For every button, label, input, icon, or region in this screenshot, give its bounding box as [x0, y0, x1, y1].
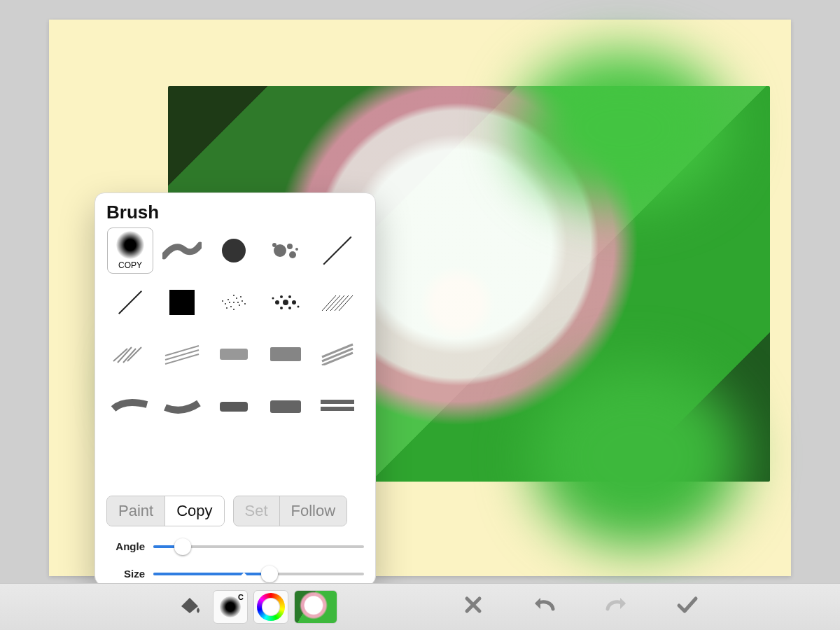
- brush-selected-label: COPY: [118, 260, 142, 270]
- redo-button[interactable]: [603, 594, 629, 619]
- size-slider[interactable]: [153, 573, 364, 575]
- svg-line-40: [165, 354, 199, 364]
- undo-button[interactable]: [532, 594, 557, 619]
- fill-tool-button[interactable]: [171, 589, 207, 624]
- size-fill: [153, 573, 270, 575]
- brush-badge: C: [238, 593, 244, 601]
- brush-halftone-dots[interactable]: [263, 280, 308, 325]
- close-button[interactable]: [461, 594, 486, 619]
- line-icon: [118, 290, 142, 314]
- svg-line-32: [335, 295, 349, 311]
- color-picker-button[interactable]: [253, 590, 288, 624]
- svg-rect-47: [270, 400, 301, 413]
- angle-label: Angle: [106, 540, 145, 552]
- svg-line-38: [165, 350, 199, 360]
- svg-line-31: [330, 295, 344, 311]
- brush-soft-round[interactable]: COPY: [107, 227, 153, 274]
- brush-dry-brush[interactable]: [160, 228, 204, 273]
- soft-round-icon: [116, 231, 144, 259]
- mode-controls: Paint Copy Set Follow: [106, 496, 347, 526]
- svg-point-2: [289, 251, 296, 258]
- source-image-button[interactable]: [294, 590, 337, 624]
- paint-copy-segment: Paint Copy: [106, 496, 225, 526]
- paint-bleed: [518, 51, 728, 205]
- brush-hatch[interactable]: [315, 280, 360, 325]
- brush-wet-wide[interactable]: [315, 384, 360, 428]
- paint-mode-button[interactable]: Paint: [107, 496, 164, 526]
- brush-hard-round[interactable]: [211, 228, 256, 273]
- svg-line-30: [326, 295, 340, 311]
- svg-point-13: [233, 309, 234, 310]
- undo-icon: [532, 595, 557, 617]
- size-slider-row: Size: [106, 568, 364, 580]
- svg-point-25: [280, 307, 283, 309]
- brush-rough[interactable]: [315, 332, 360, 377]
- brush-popover: Brush COPY Paint Copy Set Fol: [94, 192, 376, 586]
- close-icon: [463, 595, 483, 617]
- paint-bleed: [532, 366, 742, 548]
- tool-group-left: C: [171, 589, 337, 624]
- brush-line-thin[interactable]: [315, 228, 360, 273]
- color-triangle-icon: [265, 600, 279, 612]
- brush-scratch-1[interactable]: [108, 332, 153, 377]
- svg-point-21: [275, 300, 279, 304]
- svg-line-33: [339, 295, 353, 311]
- svg-point-20: [283, 300, 288, 305]
- size-thumb[interactable]: [261, 566, 278, 582]
- svg-point-19: [240, 296, 241, 298]
- color-wheel-icon: [257, 593, 285, 621]
- svg-point-9: [236, 298, 237, 299]
- copy-mode-button[interactable]: Copy: [164, 496, 223, 526]
- svg-point-14: [222, 300, 223, 302]
- svg-point-1: [287, 244, 293, 249]
- brush-tool-button[interactable]: C: [213, 590, 248, 624]
- svg-point-7: [239, 304, 240, 306]
- brush-wet-2[interactable]: [160, 384, 204, 428]
- svg-point-10: [225, 303, 226, 304]
- check-icon: [676, 595, 699, 617]
- paint-bucket-icon: [177, 596, 201, 617]
- svg-rect-41: [220, 349, 248, 360]
- svg-point-23: [280, 295, 283, 298]
- brush-grid: COPY: [106, 227, 361, 430]
- svg-line-39: [165, 346, 199, 356]
- tool-group-right: [461, 594, 700, 619]
- svg-point-15: [244, 303, 246, 304]
- svg-point-3: [272, 243, 276, 247]
- hard-round-icon: [222, 239, 246, 262]
- svg-line-29: [322, 295, 336, 311]
- brush-scratch-2[interactable]: [160, 332, 204, 377]
- brush-splatter[interactable]: [263, 228, 308, 273]
- angle-slider-row: Angle: [106, 540, 364, 552]
- line-icon: [323, 236, 351, 265]
- svg-point-4: [295, 248, 298, 251]
- set-button[interactable]: Set: [234, 496, 279, 526]
- size-label: Size: [106, 568, 145, 580]
- svg-point-22: [292, 300, 296, 304]
- brush-chalk[interactable]: [211, 332, 256, 377]
- angle-thumb[interactable]: [174, 538, 191, 555]
- brush-square[interactable]: [160, 280, 204, 325]
- brush-spray[interactable]: [211, 280, 256, 325]
- svg-point-6: [227, 299, 229, 300]
- brush-wet-block[interactable]: [263, 384, 308, 428]
- brush-wet-1[interactable]: [108, 384, 153, 428]
- brush-crayon[interactable]: [263, 332, 308, 377]
- svg-point-11: [241, 300, 243, 302]
- svg-rect-42: [270, 347, 301, 361]
- svg-point-28: [298, 306, 300, 308]
- svg-point-26: [288, 307, 291, 309]
- svg-point-12: [233, 295, 234, 296]
- confirm-button[interactable]: [675, 594, 700, 619]
- redo-icon: [603, 595, 629, 617]
- svg-point-16: [229, 302, 230, 303]
- bottom-toolbar: C: [0, 583, 840, 630]
- set-follow-segment: Set Follow: [233, 496, 348, 526]
- angle-slider[interactable]: [153, 545, 364, 548]
- svg-point-27: [272, 298, 274, 300]
- brush-line-thin-2[interactable]: [108, 280, 153, 325]
- svg-rect-46: [220, 402, 248, 412]
- follow-button[interactable]: Follow: [279, 496, 347, 526]
- brush-marker[interactable]: [211, 384, 256, 428]
- square-icon: [169, 290, 195, 315]
